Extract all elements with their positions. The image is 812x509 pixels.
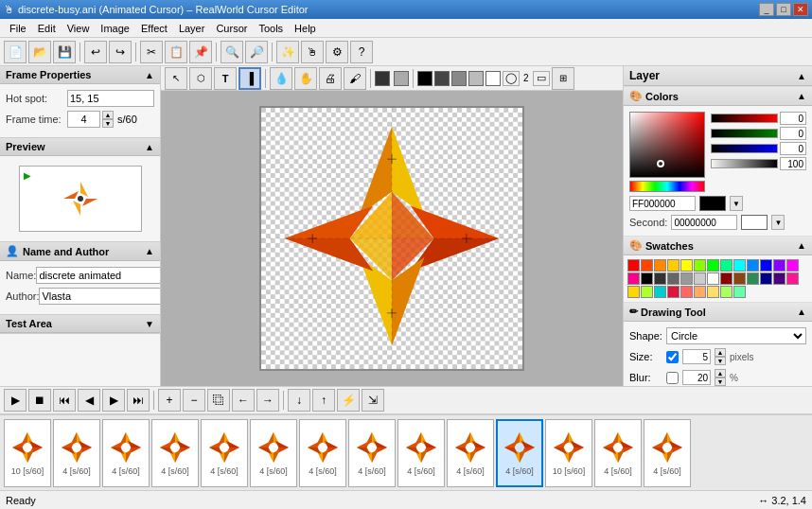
- frame-item[interactable]: 4 [s/60]: [201, 419, 248, 487]
- frame-properties-header[interactable]: Frame Properties ▲: [0, 66, 160, 84]
- swatch-cell[interactable]: [667, 259, 680, 272]
- red-value[interactable]: [780, 112, 806, 125]
- second-hex-input[interactable]: [671, 215, 737, 230]
- zoom-in-button[interactable]: 🔍: [221, 41, 243, 63]
- frame-item[interactable]: 4 [s/60]: [644, 419, 691, 487]
- save-button[interactable]: 💾: [53, 41, 76, 63]
- swatch-cell[interactable]: [694, 286, 706, 298]
- lasso-tool[interactable]: ⬡: [189, 67, 212, 90]
- name-author-header[interactable]: 👤 Name and Author ▲: [0, 242, 160, 261]
- frame-first[interactable]: ⏮: [53, 389, 76, 412]
- color-sq-2[interactable]: [434, 71, 450, 86]
- menu-edit[interactable]: Edit: [32, 21, 62, 36]
- green-slider[interactable]: [711, 129, 778, 138]
- frame-prev[interactable]: ◀: [78, 389, 100, 412]
- swatch-cell[interactable]: [680, 272, 693, 285]
- zoom-out-button[interactable]: 🔎: [245, 41, 268, 63]
- preview-header[interactable]: Preview ▲: [0, 138, 160, 156]
- frame-next[interactable]: ▶: [102, 389, 125, 412]
- cut-button[interactable]: ✂: [140, 41, 163, 63]
- swatch-cell[interactable]: [627, 259, 640, 272]
- rect-shape-btn[interactable]: ▭: [533, 71, 550, 86]
- swatch-cell[interactable]: [680, 259, 693, 272]
- name-input[interactable]: [36, 267, 161, 284]
- menu-view[interactable]: View: [62, 21, 96, 36]
- test-area-collapse[interactable]: ▼: [145, 319, 154, 329]
- swatch-cell[interactable]: [773, 259, 786, 272]
- swatch-cell[interactable]: [720, 286, 733, 298]
- swatch-cell[interactable]: [694, 272, 706, 285]
- dup-frame-btn[interactable]: ⿻: [207, 389, 230, 412]
- swatch-cell[interactable]: [627, 272, 640, 285]
- frame-item[interactable]: 4 [s/60]: [594, 419, 642, 487]
- swatch-cell[interactable]: [667, 286, 680, 298]
- menu-cursor[interactable]: Cursor: [210, 21, 253, 36]
- frame-item[interactable]: 10 [s/60]: [545, 419, 592, 487]
- clone-tool[interactable]: 🖨: [319, 67, 342, 90]
- swatch-cell[interactable]: [707, 286, 719, 298]
- new-button[interactable]: 📄: [4, 41, 26, 63]
- close-button[interactable]: ✕: [793, 3, 808, 16]
- swatch-cell[interactable]: [654, 272, 666, 285]
- stroke-swatch[interactable]: [394, 71, 409, 86]
- frametime-up[interactable]: ▲: [102, 111, 114, 119]
- text-tool[interactable]: T: [214, 67, 237, 90]
- hex-input[interactable]: [629, 196, 696, 211]
- swatch-cell[interactable]: [641, 272, 653, 285]
- ellipse-shape-btn[interactable]: ◯: [503, 71, 520, 86]
- drawing-tool-collapse[interactable]: ▲: [797, 307, 806, 317]
- open-button[interactable]: 📂: [28, 41, 51, 63]
- size-up[interactable]: ▲: [715, 348, 726, 357]
- size-down[interactable]: ▼: [715, 357, 726, 365]
- second-picker-btn[interactable]: ▼: [771, 215, 785, 230]
- swatch-cell[interactable]: [627, 286, 640, 298]
- color-picker[interactable]: [629, 112, 705, 192]
- swatch-cell[interactable]: [654, 259, 666, 272]
- color-sq-3[interactable]: [451, 71, 467, 86]
- swatch-cell[interactable]: [733, 259, 746, 272]
- swatch-cell[interactable]: [707, 259, 719, 272]
- alpha-slider[interactable]: [711, 159, 778, 168]
- frame-item[interactable]: 4 [s/60]: [102, 419, 150, 487]
- color-picker-btn[interactable]: ▼: [730, 196, 743, 211]
- swatch-cell[interactable]: [786, 259, 799, 272]
- maximize-button[interactable]: □: [776, 3, 791, 16]
- colors-collapse[interactable]: ▲: [797, 91, 806, 101]
- color-sq-5[interactable]: [485, 71, 501, 86]
- swatch-cell[interactable]: [786, 272, 799, 285]
- frame-item[interactable]: 10 [s/60]: [4, 419, 51, 487]
- effects-button[interactable]: ✨: [276, 41, 299, 63]
- cursor-button[interactable]: 🖱: [301, 41, 324, 63]
- blue-slider[interactable]: [711, 144, 778, 153]
- swatch-cell[interactable]: [733, 286, 746, 298]
- frame-item[interactable]: 4 [s/60]: [250, 419, 297, 487]
- swatches-collapse[interactable]: ▲: [797, 240, 806, 251]
- frame-item[interactable]: 4 [s/60]: [53, 419, 100, 487]
- fg-color-swatch[interactable]: [375, 71, 390, 86]
- frame-last[interactable]: ⏭: [127, 389, 150, 412]
- resize-btn[interactable]: ⇲: [362, 389, 384, 412]
- menu-tools[interactable]: Tools: [253, 21, 289, 36]
- swatch-cell[interactable]: [654, 286, 666, 298]
- main-color-swatch[interactable]: [699, 196, 726, 211]
- blur-up[interactable]: ▲: [715, 369, 726, 377]
- play-icon[interactable]: ▶: [24, 170, 31, 181]
- help-icon[interactable]: ?: [350, 41, 373, 63]
- swatch-cell[interactable]: [694, 259, 706, 272]
- size-number[interactable]: [682, 349, 711, 364]
- undo-button[interactable]: ↩: [84, 41, 107, 63]
- green-value[interactable]: [780, 127, 806, 140]
- swatch-cell[interactable]: [720, 259, 733, 272]
- smudge-tool[interactable]: ✋: [294, 67, 317, 90]
- swatch-cell[interactable]: [641, 259, 653, 272]
- red-slider[interactable]: [711, 114, 778, 123]
- second-color-swatch[interactable]: [741, 215, 768, 230]
- swatch-cell[interactable]: [641, 286, 653, 298]
- move-right-btn[interactable]: →: [256, 389, 279, 412]
- copy-button[interactable]: 📋: [165, 41, 187, 63]
- menu-effect[interactable]: Effect: [135, 21, 173, 36]
- frame-item[interactable]: 4 [s/60]: [299, 419, 346, 487]
- swatch-cell[interactable]: [773, 272, 786, 285]
- eyedropper-tool[interactable]: 💧: [270, 67, 292, 90]
- brush-tool[interactable]: 🖌: [344, 67, 366, 90]
